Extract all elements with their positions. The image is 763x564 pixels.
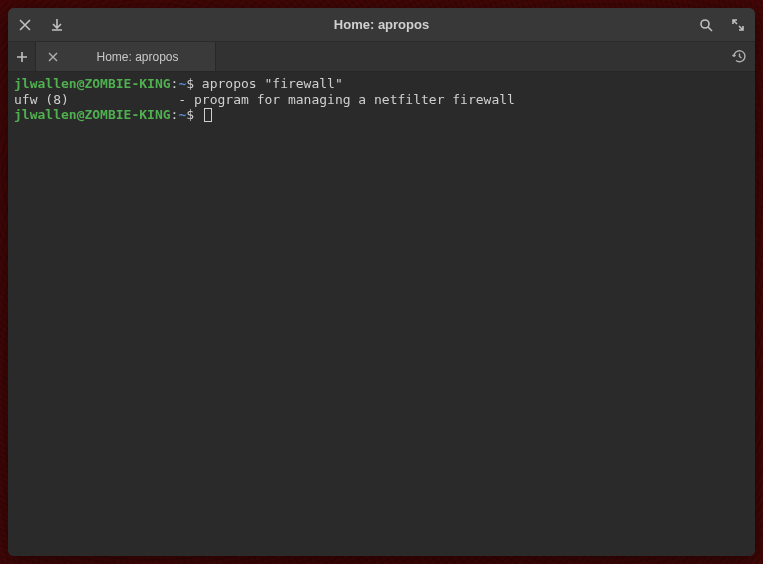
prompt-user: jlwallen (14, 76, 77, 91)
titlebar-right-controls (697, 16, 747, 34)
command-text: apropos "firewall" (194, 76, 343, 91)
tab-close-button[interactable] (46, 50, 60, 64)
prompt-symbol: $ (186, 107, 194, 122)
svg-point-0 (701, 20, 709, 28)
search-icon (699, 18, 713, 32)
output-text: ufw (8) - program for managing a netfilt… (14, 92, 515, 107)
titlebar-left-controls (16, 16, 66, 34)
prompt-host: ZOMBIE-KING (84, 107, 170, 122)
plus-icon (16, 51, 28, 63)
terminal-line-prompt-1: jlwallen@ZOMBIE-KING:~$ apropos "firewal… (14, 76, 749, 92)
new-tab-button[interactable] (8, 42, 36, 71)
titlebar[interactable]: Home: apropos (8, 8, 755, 42)
maximize-button[interactable] (729, 16, 747, 34)
terminal-line-output-1: ufw (8) - program for managing a netfilt… (14, 92, 749, 108)
close-icon (18, 18, 32, 32)
history-icon (732, 49, 747, 64)
close-window-button[interactable] (16, 16, 34, 34)
terminal-window: Home: apropos Home: apropos jlwallen@ZOM… (8, 8, 755, 556)
command-text (194, 107, 202, 122)
terminal-viewport[interactable]: jlwallen@ZOMBIE-KING:~$ apropos "firewal… (8, 72, 755, 556)
tab-active[interactable]: Home: apropos (36, 42, 216, 71)
download-button[interactable] (48, 16, 66, 34)
terminal-cursor (204, 108, 212, 122)
tabbar-spacer (216, 42, 723, 71)
search-button[interactable] (697, 16, 715, 34)
prompt-host: ZOMBIE-KING (84, 76, 170, 91)
history-button[interactable] (723, 42, 755, 71)
download-icon (50, 18, 64, 32)
window-title: Home: apropos (66, 17, 697, 32)
tab-label: Home: apropos (70, 50, 205, 64)
prompt-user: jlwallen (14, 107, 77, 122)
maximize-icon (731, 18, 745, 32)
prompt-symbol: $ (186, 76, 194, 91)
tab-close-icon (48, 52, 58, 62)
terminal-line-prompt-2: jlwallen@ZOMBIE-KING:~$ (14, 107, 749, 123)
tab-bar: Home: apropos (8, 42, 755, 72)
